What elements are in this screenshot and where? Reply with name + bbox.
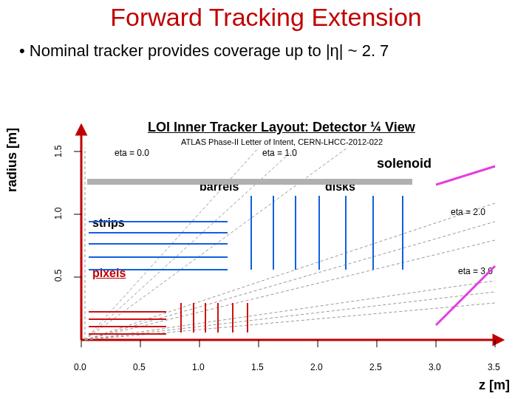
solenoid	[87, 179, 412, 185]
ytick-0.5: 0.5	[53, 270, 64, 282]
y-axis-label: radius [m]	[4, 128, 20, 192]
detector-plot	[52, 118, 510, 369]
xtick-1: 1.0	[192, 362, 205, 372]
plot-svg	[52, 118, 510, 369]
slide-title: Forward Tracking Extension	[0, 3, 532, 32]
svg-line-48	[436, 266, 495, 325]
xtick-3.5: 3.5	[488, 362, 500, 372]
xtick-2: 2.0	[310, 362, 323, 372]
xtick-0: 0.0	[74, 362, 86, 372]
ytick-1.5: 1.5	[53, 146, 64, 158]
svg-line-22	[85, 281, 495, 340]
svg-marker-3	[77, 126, 86, 134]
xtick-2.5: 2.5	[369, 362, 382, 372]
xtick-1.5: 1.5	[251, 362, 264, 372]
svg-line-23	[85, 292, 495, 340]
svg-line-47	[436, 166, 495, 185]
bullet-1: Nominal tracker provides coverage up to …	[19, 41, 389, 61]
xtick-0.5: 0.5	[133, 362, 146, 372]
x-axis-label: z [m]	[479, 378, 510, 393]
ytick-1: 1.0	[53, 208, 64, 220]
xtick-3: 3.0	[429, 362, 441, 372]
svg-line-20	[85, 222, 495, 340]
